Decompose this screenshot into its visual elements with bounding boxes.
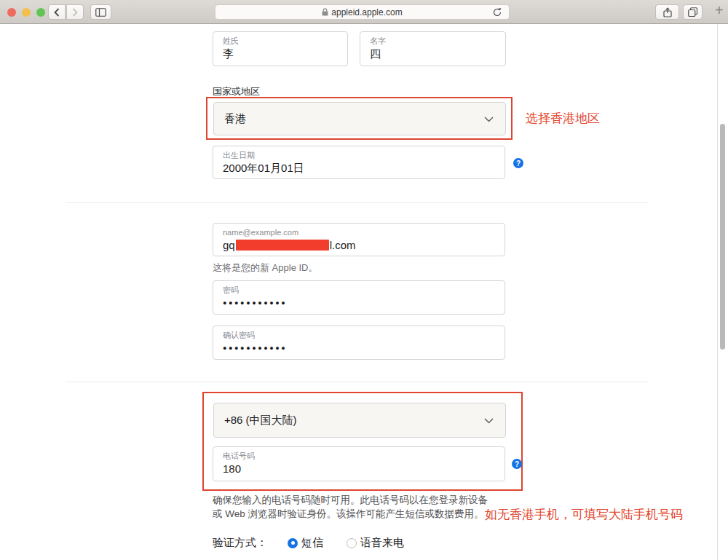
first-name-value: 四 xyxy=(370,47,496,61)
chevron-left-icon xyxy=(54,8,60,17)
birth-date-help-icon[interactable]: ? xyxy=(513,158,523,168)
window-controls xyxy=(7,8,45,17)
chevron-right-icon xyxy=(72,8,78,17)
email-note: 这将是您的新 Apple ID。 xyxy=(213,261,317,275)
email-value: gql.com xyxy=(223,238,495,253)
safari-window: appleid.apple.com + 姓氏 李 xyxy=(0,0,728,560)
verify-option-voice-label: 语音来电 xyxy=(360,536,404,550)
back-button[interactable] xyxy=(48,4,66,20)
country-select[interactable]: 香港 xyxy=(213,102,506,135)
phone-note-line2: 或 Web 浏览器时验证身份。该操作可能产生短信或数据费用。 xyxy=(213,507,484,521)
confirm-password-value: ●●●●●●●●●●● xyxy=(223,341,495,355)
phone-country-code-select[interactable]: +86 (中国大陆) xyxy=(213,403,506,438)
appleid-signup-page: 姓氏 李 名字 四 国家或地区 香港 选择香港地区 出生日期 2000年01月0… xyxy=(0,24,728,560)
forward-button[interactable] xyxy=(66,4,84,20)
phone-help-icon[interactable]: ? xyxy=(512,459,522,469)
lock-icon xyxy=(322,8,328,16)
birth-date-value: 2000年01月01日 xyxy=(223,161,495,176)
sidebar-toggle-button[interactable] xyxy=(90,4,111,20)
tabs-overview-button[interactable] xyxy=(683,4,703,20)
radio-unselected-icon[interactable] xyxy=(347,538,357,548)
share-icon xyxy=(663,7,672,17)
last-name-value: 李 xyxy=(223,47,338,61)
first-name-label: 名字 xyxy=(370,36,496,46)
chevron-down-icon xyxy=(484,418,494,424)
email-placeholder-label: name@example.com xyxy=(223,228,495,237)
section-divider xyxy=(66,202,648,203)
nav-buttons xyxy=(48,4,84,20)
url-text: appleid.apple.com xyxy=(331,7,402,17)
birth-date-field[interactable]: 出生日期 2000年01月01日 xyxy=(213,146,505,179)
phone-country-code-value: +86 (中国大陆) xyxy=(224,414,297,427)
sidebar-icon xyxy=(95,8,106,17)
chevron-down-icon xyxy=(484,117,494,122)
refresh-icon[interactable] xyxy=(492,7,502,17)
verify-option-voice[interactable]: 语音来电 xyxy=(347,536,404,550)
vertical-scrollbar[interactable] xyxy=(720,124,725,350)
password-label: 密码 xyxy=(223,285,495,295)
page-edge-divider xyxy=(717,24,718,560)
birth-date-label: 出生日期 xyxy=(223,151,495,160)
confirm-password-field[interactable]: 确认密码 ●●●●●●●●●●● xyxy=(213,326,505,360)
first-name-field[interactable]: 名字 四 xyxy=(360,31,506,66)
phone-note-line1: 确保您输入的电话号码随时可用。此电话号码以在您登录新设备 xyxy=(213,493,488,507)
share-button[interactable] xyxy=(655,4,679,20)
verify-option-sms-label: 短信 xyxy=(301,536,323,550)
last-name-label: 姓氏 xyxy=(223,36,338,46)
last-name-field[interactable]: 姓氏 李 xyxy=(213,31,348,66)
email-field[interactable]: name@example.com gql.com xyxy=(213,223,505,256)
browser-toolbar: appleid.apple.com + xyxy=(0,0,728,24)
radio-selected-icon[interactable] xyxy=(288,538,298,548)
verification-method-label: 验证方式： xyxy=(213,536,267,550)
verification-method-row: 验证方式： 短信 语音来电 xyxy=(213,536,427,550)
phone-number-field[interactable]: 电话号码 180 xyxy=(213,446,505,481)
address-bar[interactable]: appleid.apple.com xyxy=(215,4,510,20)
email-redaction-bar xyxy=(236,240,329,251)
minimize-window-button[interactable] xyxy=(22,8,31,17)
section-divider xyxy=(66,382,648,382)
phone-tip-annotation: 如无香港手机，可填写大陆手机号码 xyxy=(485,506,683,523)
phone-number-value: 180 xyxy=(223,462,495,476)
country-region-label: 国家或地区 xyxy=(213,85,260,98)
password-field[interactable]: 密码 ●●●●●●●●●●● xyxy=(213,280,505,315)
phone-number-label: 电话号码 xyxy=(223,451,495,461)
tabs-icon xyxy=(688,7,697,17)
zoom-window-button[interactable] xyxy=(36,8,45,17)
close-window-button[interactable] xyxy=(7,8,16,17)
password-value: ●●●●●●●●●●● xyxy=(223,296,495,310)
confirm-password-label: 确认密码 xyxy=(223,331,495,340)
new-tab-button[interactable]: + xyxy=(715,2,724,19)
country-select-value: 香港 xyxy=(224,112,246,126)
verify-option-sms[interactable]: 短信 xyxy=(288,536,323,550)
country-tip-annotation: 选择香港地区 xyxy=(526,110,600,127)
